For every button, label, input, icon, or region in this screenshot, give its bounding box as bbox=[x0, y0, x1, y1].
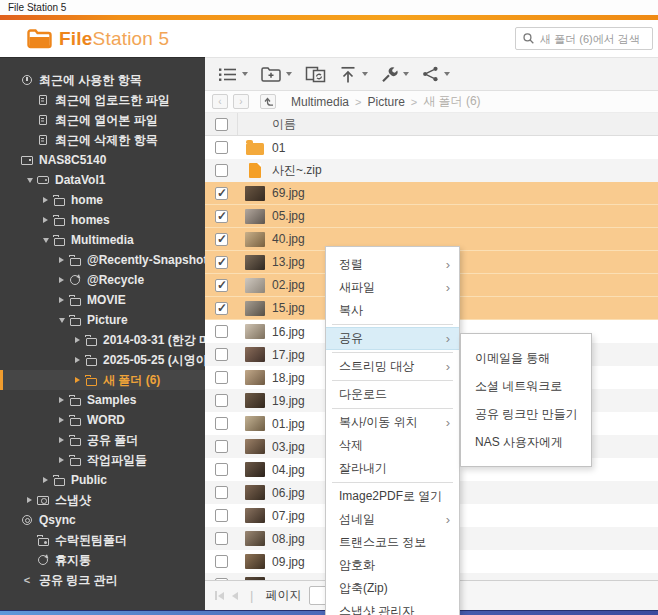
row-checkbox[interactable] bbox=[215, 532, 228, 545]
sidebar-item-11[interactable]: MOVIE bbox=[0, 290, 205, 310]
row-checkbox[interactable] bbox=[215, 578, 228, 580]
context-menu-item-6[interactable]: 스트리밍 대상› bbox=[326, 355, 459, 378]
row-checkbox[interactable] bbox=[215, 394, 228, 407]
forward-button[interactable]: › bbox=[233, 94, 249, 109]
sidebar-item-9[interactable]: @Recently-Snapshot bbox=[0, 250, 205, 270]
tree-collapsed-arrow-icon[interactable] bbox=[72, 357, 83, 363]
prev-page-button[interactable] bbox=[232, 592, 238, 600]
context-menu-item-15[interactable]: 섬네일› bbox=[326, 508, 459, 531]
upload-button[interactable] bbox=[339, 66, 368, 83]
sidebar-item-20[interactable]: Public bbox=[0, 470, 205, 490]
sidebar-item-23[interactable]: 수락된팀폴더 bbox=[0, 530, 205, 550]
row-checkbox[interactable] bbox=[215, 509, 228, 522]
sidebar-item-25[interactable]: <공유 링크 관리 bbox=[0, 570, 205, 590]
row-checkbox[interactable] bbox=[215, 164, 228, 177]
context-menu-item-2[interactable]: 복사 bbox=[326, 299, 459, 322]
sidebar-item-0[interactable]: 최근에 사용한 항목 bbox=[0, 70, 205, 90]
tree-collapsed-arrow-icon[interactable] bbox=[72, 377, 83, 383]
tree-collapsed-arrow-icon[interactable] bbox=[56, 417, 67, 423]
context-menu-item-19[interactable]: 스냅샷 관리자 bbox=[326, 600, 459, 615]
select-all-cell[interactable] bbox=[205, 113, 238, 135]
sidebar-item-12[interactable]: Picture bbox=[0, 310, 205, 330]
tree-collapsed-arrow-icon[interactable] bbox=[40, 197, 51, 203]
sidebar-item-16[interactable]: Samples bbox=[0, 390, 205, 410]
name-column-header[interactable]: 이름 bbox=[272, 116, 296, 133]
file-row-사진~.zip[interactable]: 사진~.zip bbox=[205, 159, 658, 182]
sidebar-item-14[interactable]: 2025-05-25 (시영아파트 bbox=[0, 350, 205, 370]
row-checkbox[interactable] bbox=[215, 463, 228, 476]
sidebar-item-1[interactable]: 최근에 업로드한 파일 bbox=[0, 90, 205, 110]
view-mode-button[interactable] bbox=[219, 67, 248, 82]
context-menu-item-1[interactable]: 새파일› bbox=[326, 276, 459, 299]
breadcrumb-item-2[interactable]: 새 폴더 (6) bbox=[423, 93, 480, 110]
share-submenu-item-3[interactable]: NAS 사용자에게 bbox=[461, 428, 591, 456]
context-menu-item-4[interactable]: 공유› bbox=[326, 327, 459, 350]
row-checkbox[interactable] bbox=[215, 256, 228, 269]
row-checkbox[interactable] bbox=[215, 440, 228, 453]
context-menu-item-12[interactable]: 잘라내기 bbox=[326, 457, 459, 480]
tree-collapsed-arrow-icon[interactable] bbox=[56, 277, 67, 283]
tree-collapsed-arrow-icon[interactable] bbox=[56, 297, 67, 303]
breadcrumb-item-1[interactable]: Picture bbox=[367, 95, 404, 109]
sidebar-item-2[interactable]: 최근에 열어본 파일 bbox=[0, 110, 205, 130]
tree-collapsed-arrow-icon[interactable] bbox=[24, 497, 35, 503]
row-checkbox[interactable] bbox=[215, 141, 228, 154]
sidebar-item-8[interactable]: Multimedia bbox=[0, 230, 205, 250]
sidebar-item-7[interactable]: homes bbox=[0, 210, 205, 230]
row-checkbox[interactable] bbox=[215, 417, 228, 430]
row-checkbox[interactable] bbox=[215, 279, 228, 292]
row-checkbox[interactable] bbox=[215, 210, 228, 223]
tree-collapsed-arrow-icon[interactable] bbox=[56, 257, 67, 263]
tree-collapsed-arrow-icon[interactable] bbox=[56, 397, 67, 403]
share-button[interactable] bbox=[422, 66, 450, 82]
file-row-05.jpg[interactable]: 05.jpg bbox=[205, 205, 658, 228]
tree-expanded-arrow-icon[interactable] bbox=[56, 318, 67, 323]
tree-collapsed-arrow-icon[interactable] bbox=[40, 217, 51, 223]
breadcrumb-item-0[interactable]: Multimedia bbox=[291, 95, 349, 109]
first-page-button[interactable] bbox=[215, 591, 224, 600]
sidebar-item-10[interactable]: @Recycle bbox=[0, 270, 205, 290]
sidebar-item-24[interactable]: 휴지통 bbox=[0, 550, 205, 570]
search-input[interactable] bbox=[540, 33, 645, 45]
sidebar-item-19[interactable]: 작업파일들 bbox=[0, 450, 205, 470]
tree-expanded-arrow-icon[interactable] bbox=[24, 178, 35, 183]
row-checkbox[interactable] bbox=[215, 233, 228, 246]
tree-collapsed-arrow-icon[interactable] bbox=[56, 457, 67, 463]
file-row-01[interactable]: 01 bbox=[205, 136, 658, 159]
sidebar-item-17[interactable]: WORD bbox=[0, 410, 205, 430]
context-menu-item-16[interactable]: 트랜스코드 정보 bbox=[326, 531, 459, 554]
select-all-checkbox[interactable] bbox=[215, 118, 228, 131]
tree-collapsed-arrow-icon[interactable] bbox=[56, 437, 67, 443]
context-menu-item-8[interactable]: 다운로드 bbox=[326, 383, 459, 406]
context-menu-item-17[interactable]: 암호화 bbox=[326, 554, 459, 577]
create-folder-button[interactable] bbox=[261, 66, 292, 82]
context-menu-item-10[interactable]: 복사/이동 위치› bbox=[326, 411, 459, 434]
row-checkbox[interactable] bbox=[215, 371, 228, 384]
sidebar-item-5[interactable]: DataVol1 bbox=[0, 170, 205, 190]
row-checkbox[interactable] bbox=[215, 325, 228, 338]
sidebar-item-13[interactable]: 2014-03-31 (한강 마포- bbox=[0, 330, 205, 350]
sidebar-item-18[interactable]: 공유 폴더 bbox=[0, 430, 205, 450]
sidebar-item-15[interactable]: 새 폴더 (6) bbox=[0, 370, 205, 390]
context-menu-item-18[interactable]: 압축(Zip) bbox=[326, 577, 459, 600]
row-checkbox[interactable] bbox=[215, 555, 228, 568]
search-box[interactable] bbox=[515, 27, 653, 50]
row-checkbox[interactable] bbox=[215, 302, 228, 315]
tree-collapsed-arrow-icon[interactable] bbox=[72, 337, 83, 343]
share-submenu-item-0[interactable]: 이메일을 통해 bbox=[461, 344, 591, 372]
row-checkbox[interactable] bbox=[215, 348, 228, 361]
context-menu-item-0[interactable]: 정렬› bbox=[326, 253, 459, 276]
tree-expanded-arrow-icon[interactable] bbox=[40, 238, 51, 243]
context-menu-item-14[interactable]: Image2PDF로 열기 bbox=[326, 485, 459, 508]
up-level-button[interactable] bbox=[260, 94, 276, 109]
copy-button[interactable] bbox=[305, 66, 326, 83]
sidebar-item-21[interactable]: 스냅샷 bbox=[0, 490, 205, 510]
tree-collapsed-arrow-icon[interactable] bbox=[40, 477, 51, 483]
sidebar-item-3[interactable]: 최근에 삭제한 항목 bbox=[0, 130, 205, 150]
share-submenu-item-2[interactable]: 공유 링크만 만들기 bbox=[461, 400, 591, 428]
back-button[interactable]: ‹ bbox=[212, 94, 228, 109]
context-menu-item-11[interactable]: 삭제 bbox=[326, 434, 459, 457]
tools-button[interactable] bbox=[381, 66, 409, 83]
row-checkbox[interactable] bbox=[215, 187, 228, 200]
sidebar-item-22[interactable]: Qsync bbox=[0, 510, 205, 530]
